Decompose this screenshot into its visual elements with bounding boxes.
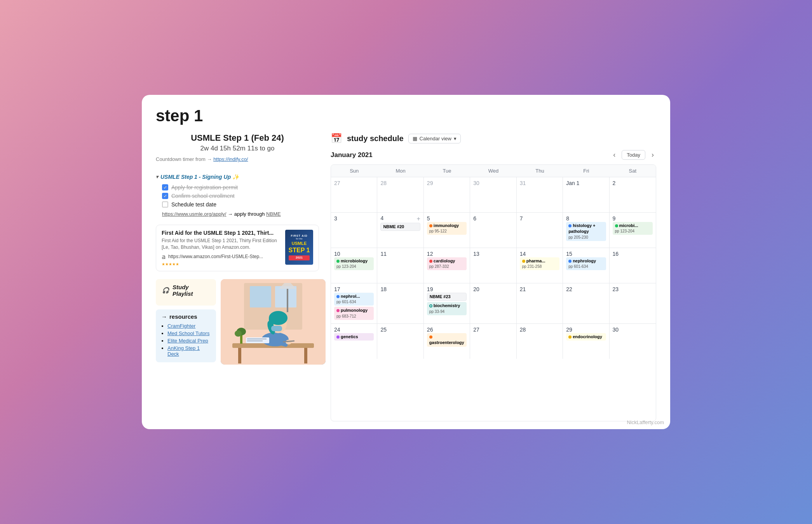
event-dot <box>336 260 340 263</box>
cal-cell[interactable]: 8 histology + pathology pp 205-230 <box>563 213 609 248</box>
cal-cell[interactable]: 4 + NBME #20 <box>377 213 423 248</box>
cal-cell[interactable]: 26 gastroenterology <box>424 324 470 359</box>
cramfighter-link[interactable]: CramFighter <box>167 323 195 329</box>
col-sun: Sun <box>331 165 377 177</box>
cal-cell[interactable]: 24 genetics <box>331 324 377 359</box>
cal-cell[interactable]: Jan 1 <box>563 177 609 212</box>
cal-event[interactable]: genetics <box>334 333 374 341</box>
checklist-item-2[interactable]: Confirm school enrollment <box>156 192 319 200</box>
med-school-tutors-link[interactable]: Med School Tutors <box>167 330 209 336</box>
event-dot <box>568 260 572 263</box>
cal-cell[interactable]: 5 immunology pp 95-122 <box>424 213 470 248</box>
next-month-btn[interactable]: › <box>649 150 656 160</box>
cal-event[interactable]: microbiology pp 123-204 <box>334 257 374 270</box>
cal-cell[interactable]: 21 <box>517 283 563 323</box>
cal-date: 4 <box>380 215 383 221</box>
calendar-header: 📅 study schedule ▦ Calendar view ▾ <box>331 133 656 144</box>
cal-cell[interactable]: 10 microbiology pp 123-204 <box>331 248 377 283</box>
cal-cell[interactable]: 22 <box>563 283 609 323</box>
cal-cell[interactable]: 23 <box>610 283 656 323</box>
cal-date: 7 <box>520 215 523 222</box>
cal-event[interactable]: NBME #23 <box>427 293 467 301</box>
cal-cell[interactable]: 20 <box>470 283 516 323</box>
usmle-link-container: https://www.usmle.org/apply/ → apply thr… <box>156 211 319 217</box>
cal-event[interactable]: nephrol... pp 601-634 <box>334 293 374 306</box>
cal-cell[interactable]: 15 nephrology pp 601-634 <box>563 248 609 283</box>
cal-cell[interactable]: 30 <box>470 177 516 212</box>
cal-date: 28 <box>520 327 526 333</box>
checkbox-checked-1 <box>162 184 168 190</box>
cal-event[interactable]: immunology pp 95-122 <box>427 222 467 235</box>
cal-cell[interactable]: 28 <box>377 177 423 212</box>
cal-date: 26 <box>427 327 433 333</box>
cal-cell[interactable]: 29 <box>424 177 470 212</box>
cal-cell[interactable]: 7 <box>517 213 563 248</box>
event-name: pulmonology <box>336 307 371 313</box>
cal-event[interactable]: microbi... pp 123-204 <box>613 222 653 235</box>
cal-event[interactable]: pharma... pp 231-258 <box>520 257 559 270</box>
usmle-link[interactable]: https://www.usmle.org/apply/ <box>162 211 226 217</box>
calendar-view-btn[interactable]: ▦ Calendar view ▾ <box>408 134 461 143</box>
cal-event[interactable]: pulmonology pp 683-712 <box>334 307 374 320</box>
cal-cell[interactable]: 3 <box>331 213 377 248</box>
checklist-item-1[interactable]: Apply for registration permit <box>156 183 319 192</box>
cal-cell[interactable]: 9 microbi... pp 123-204 <box>610 213 656 248</box>
cal-cell[interactable]: 17 nephrol... pp 601-634 pulmonology <box>331 283 377 323</box>
cal-event[interactable]: biochemistry pp 33-94 <box>427 302 467 315</box>
prev-month-btn[interactable]: ‹ <box>611 150 618 160</box>
view-label: Calendar view <box>420 136 451 141</box>
event-name: genetics <box>336 334 371 340</box>
book-stars: ★★★★★ <box>162 262 281 266</box>
checkbox-unchecked-3 <box>162 201 168 208</box>
event-pages: pp 231-258 <box>522 264 557 269</box>
cal-event[interactable]: histology + pathology pp 205-230 <box>566 222 606 241</box>
event-name: NBME #23 <box>430 294 464 300</box>
countdown-link[interactable]: https://indify.co/ <box>213 156 248 162</box>
cal-cell[interactable]: 25 <box>377 324 423 359</box>
anking-deck-link[interactable]: AnKing Step 1 Deck <box>167 345 200 357</box>
cal-cell[interactable]: 27 <box>331 177 377 212</box>
cal-cell[interactable]: 11 <box>377 248 423 283</box>
signing-up-section: ▾ USMLE Step 1 - Signing Up ✨ Apply for … <box>156 172 319 218</box>
svg-rect-17 <box>246 337 269 343</box>
book-desc: First Aid for the USMLE Step 1 2021, Thi… <box>162 238 281 251</box>
cal-cell[interactable]: 6 <box>470 213 516 248</box>
cal-cell[interactable]: 13 <box>470 248 516 283</box>
cal-event[interactable]: NBME #20 <box>380 223 420 231</box>
event-name: biochemistry <box>429 303 464 309</box>
add-event-btn[interactable]: + <box>417 215 420 222</box>
chevron-icon: ▾ <box>156 174 158 180</box>
event-dot <box>522 260 525 263</box>
col-fri: Fri <box>563 165 609 177</box>
nbme-link[interactable]: NBME <box>266 211 281 217</box>
cal-cell[interactable]: 2 <box>610 177 656 212</box>
cal-date: 20 <box>473 286 479 292</box>
cal-event[interactable]: gastroenterology <box>427 333 467 347</box>
checkbox-checked-2 <box>162 193 168 199</box>
cal-event[interactable]: cardiology pp 287-332 <box>427 257 467 270</box>
calendar-title: study schedule <box>347 134 404 143</box>
cal-cell[interactable]: 31 <box>517 177 563 212</box>
event-name: microbiology <box>336 258 371 264</box>
book-info: First Aid for the USMLE Step 1 2021, Thi… <box>162 230 281 266</box>
cal-cell[interactable]: 30 <box>610 324 656 359</box>
event-dot <box>336 295 340 298</box>
cal-cell[interactable]: 27 <box>470 324 516 359</box>
cal-cell[interactable]: 29 endocrinology <box>563 324 609 359</box>
cal-cell[interactable]: 19 NBME #23 biochemistry pp 33-94 <box>424 283 470 323</box>
col-tue: Tue <box>424 165 470 177</box>
cal-cell[interactable]: 12 cardiology pp 287-332 <box>424 248 470 283</box>
cal-cell[interactable]: 18 <box>377 283 423 323</box>
cal-cell[interactable]: 28 <box>517 324 563 359</box>
checklist-item-3[interactable]: Schedule test date <box>156 200 319 209</box>
book-card[interactable]: First Aid for the USMLE Step 1 2021, Thi… <box>156 225 319 271</box>
col-wed: Wed <box>470 165 516 177</box>
cal-date: 22 <box>566 286 572 292</box>
today-btn[interactable]: Today <box>622 150 645 160</box>
cal-cell[interactable]: 16 <box>610 248 656 283</box>
cal-event[interactable]: endocrinology <box>566 333 606 341</box>
checklist-label-1: Apply for registration permit <box>171 184 238 190</box>
cal-cell[interactable]: 14 pharma... pp 231-258 <box>517 248 563 283</box>
elite-medical-prep-link[interactable]: Elite Medical Prep <box>167 338 208 344</box>
cal-event[interactable]: nephrology pp 601-634 <box>566 257 606 270</box>
